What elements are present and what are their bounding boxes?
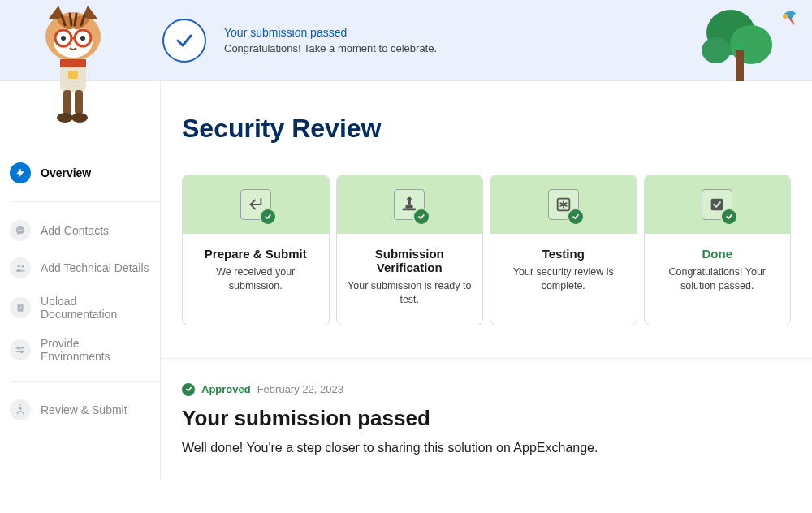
sidebar-separator xyxy=(10,381,160,382)
svg-point-20 xyxy=(19,230,20,231)
main-content: Security Review Prepare & Submit We rece… xyxy=(161,81,812,480)
svg-point-12 xyxy=(57,113,73,123)
sidebar-item-provide-environments[interactable]: Provide Environments xyxy=(0,329,160,371)
svg-point-18 xyxy=(783,14,788,19)
svg-rect-11 xyxy=(75,90,83,114)
people-icon xyxy=(10,257,31,278)
done-check-icon xyxy=(702,189,732,220)
status-date: February 22, 2023 xyxy=(257,383,343,395)
result-section: Approved February 22, 2023 Your submissi… xyxy=(161,383,812,480)
approved-check-icon xyxy=(182,383,195,396)
svg-point-6 xyxy=(80,36,85,41)
svg-point-29 xyxy=(21,351,23,352)
svg-point-16 xyxy=(702,37,731,63)
check-circle-icon xyxy=(162,19,206,63)
status-word: Approved xyxy=(201,383,251,395)
clipboard-icon xyxy=(10,297,31,318)
sidebar-item-label: Provide Environments xyxy=(41,337,150,363)
card-desc: We received your submission. xyxy=(192,265,319,293)
check-badge-icon xyxy=(259,208,277,226)
sidebar-item-upload-documentation[interactable]: Upload Documentation xyxy=(0,287,160,329)
card-header xyxy=(645,175,791,234)
svg-rect-25 xyxy=(19,303,22,304)
svg-point-13 xyxy=(71,113,88,123)
svg-rect-34 xyxy=(406,205,413,209)
banner: Your submission passed Congratulations! … xyxy=(0,0,812,81)
mascot-illustration xyxy=(24,0,122,134)
sidebar-item-label: Review & Submit xyxy=(41,403,127,416)
card-title: Prepare & Submit xyxy=(192,247,319,261)
card-done: Done Congratulations! Your solution pass… xyxy=(644,175,792,325)
sidebar-item-technical-details[interactable]: Add Technical Details xyxy=(0,249,160,287)
sliders-icon xyxy=(10,339,31,360)
card-testing: Testing Your security review is complete… xyxy=(490,175,637,325)
svg-point-23 xyxy=(22,265,24,268)
svg-point-5 xyxy=(61,36,66,41)
upload-icon xyxy=(10,399,31,420)
card-header xyxy=(183,175,329,234)
stamp-icon xyxy=(394,189,425,220)
check-badge-icon xyxy=(412,208,430,226)
sidebar-item-add-contacts[interactable]: Add Contacts xyxy=(0,212,160,249)
nature-illustration xyxy=(698,0,812,81)
sidebar-item-review-submit[interactable]: Review & Submit xyxy=(0,391,160,429)
card-header xyxy=(337,175,483,234)
check-badge-icon xyxy=(720,208,738,226)
card-title: Submission Verification xyxy=(347,247,473,274)
asterisk-box-icon xyxy=(548,189,579,220)
card-submission-verification: Submission Verification Your submission … xyxy=(336,175,484,325)
svg-rect-10 xyxy=(63,90,71,114)
check-badge-icon xyxy=(567,208,585,226)
card-header xyxy=(490,175,637,234)
banner-title: Your submission passed xyxy=(224,26,437,39)
sidebar-item-label: Add Technical Details xyxy=(41,261,149,274)
card-title: Done xyxy=(654,247,781,261)
svg-point-36 xyxy=(408,197,412,202)
result-body: Well done! You're a step closer to shari… xyxy=(182,441,791,455)
status-line: Approved February 22, 2023 xyxy=(182,383,791,396)
card-prepare-submit: Prepare & Submit We received your submis… xyxy=(182,175,330,325)
sidebar-item-label: Add Contacts xyxy=(41,224,109,237)
chat-icon xyxy=(10,220,31,241)
sidebar-item-label: Overview xyxy=(41,166,91,179)
card-desc: Congratulations! Your solution passed. xyxy=(654,265,781,293)
svg-rect-9 xyxy=(68,71,78,79)
result-title: Your submission passed xyxy=(182,406,791,431)
progress-cards: Prepare & Submit We received your submis… xyxy=(161,175,812,358)
sidebar-item-label: Upload Documentation xyxy=(41,295,150,321)
banner-text: Your submission passed Congratulations! … xyxy=(224,26,437,54)
card-desc: Your submission is ready to test. xyxy=(347,279,473,307)
bolt-icon xyxy=(10,162,31,183)
svg-rect-17 xyxy=(736,50,744,81)
svg-rect-8 xyxy=(60,59,86,67)
svg-point-22 xyxy=(18,265,21,268)
divider xyxy=(161,358,812,359)
sidebar-separator xyxy=(10,201,160,202)
page-title: Security Review xyxy=(182,114,812,144)
svg-point-27 xyxy=(18,347,19,349)
svg-point-19 xyxy=(18,230,19,231)
sidebar-item-overview[interactable]: Overview xyxy=(0,154,160,192)
card-desc: Your security review is complete. xyxy=(500,265,627,293)
banner-subtitle: Congratulations! Take a moment to celebr… xyxy=(224,42,437,54)
svg-point-30 xyxy=(19,407,22,411)
sidebar: Overview Add Contacts Add Technical Deta… xyxy=(0,81,161,480)
svg-point-21 xyxy=(22,230,23,231)
card-title: Testing xyxy=(500,247,627,261)
submit-icon xyxy=(240,189,271,220)
